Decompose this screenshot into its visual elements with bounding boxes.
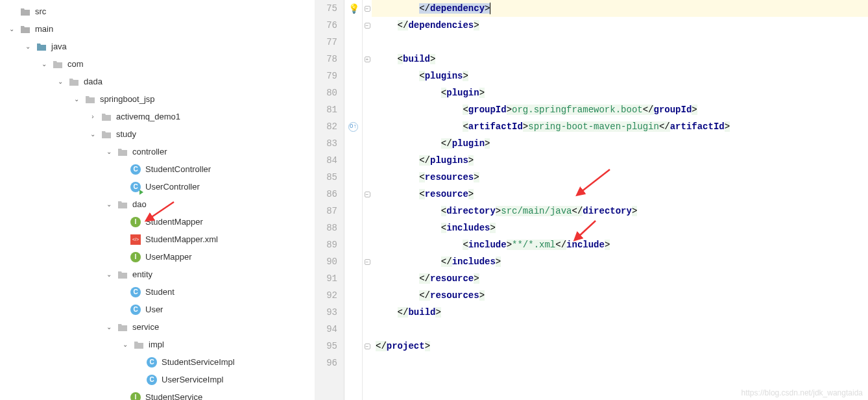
- code-line[interactable]: </dependency>: [372, 0, 868, 17]
- package-icon: [117, 321, 128, 333]
- code-line[interactable]: <resource>: [372, 186, 868, 203]
- code-line[interactable]: [372, 34, 868, 51]
- code-line[interactable]: </plugins>: [372, 152, 868, 169]
- code-line[interactable]: <plugins>: [372, 68, 868, 84]
- line-number: 79: [319, 68, 337, 84]
- tree-class-user-service-impl[interactable]: C UserServiceImpl: [0, 371, 315, 388]
- tree-label: entity: [132, 269, 152, 279]
- code-content[interactable]: </dependency> </dependencies> <build> <p…: [372, 0, 868, 400]
- code-line[interactable]: </plugin>: [372, 135, 868, 152]
- package-icon: [68, 76, 80, 88]
- tree-label: activemq_demo1: [116, 112, 180, 121]
- code-line[interactable]: <build>: [372, 51, 868, 68]
- line-number: 94: [319, 321, 337, 338]
- tree-package-entity[interactable]: ⌄ entity: [0, 266, 315, 283]
- fold-collapse-icon[interactable]: −: [365, 259, 370, 265]
- code-line[interactable]: <directory>src/main/java</directory>: [372, 203, 868, 219]
- package-icon: [117, 199, 128, 210]
- chevron-down-icon[interactable]: ⌄: [104, 147, 114, 157]
- class-icon: C: [130, 164, 141, 175]
- tree-class-student[interactable]: C Student: [0, 283, 315, 301]
- code-line[interactable]: <includes>: [372, 219, 868, 236]
- chevron-down-icon[interactable]: ⌄: [6, 24, 17, 34]
- code-line[interactable]: <plugin>: [372, 84, 868, 101]
- code-line[interactable]: [372, 321, 868, 338]
- code-line[interactable]: <resources>: [372, 169, 868, 186]
- chevron-down-icon[interactable]: ⌄: [39, 59, 49, 69]
- tree-class-user[interactable]: C User: [0, 301, 315, 318]
- code-line[interactable]: </resources>: [372, 287, 868, 304]
- tree-interface-student-service[interactable]: I StudentService: [0, 388, 315, 400]
- tree-file-student-mapper-xml[interactable]: </> StudentMapper.xml: [0, 231, 315, 248]
- chevron-down-icon[interactable]: ⌄: [71, 94, 82, 105]
- tree-package-dada[interactable]: ⌄ dada: [0, 73, 315, 90]
- tree-label: StudentServiceImpl: [162, 357, 235, 367]
- line-number: 86: [319, 186, 337, 203]
- gutter-markers: 💡 O↑: [344, 0, 363, 400]
- folder-source-icon: [36, 41, 47, 53]
- chevron-down-icon[interactable]: ⌄: [104, 322, 114, 332]
- line-number: 75: [319, 0, 337, 17]
- tree-label: UserServiceImpl: [162, 375, 223, 384]
- fold-collapse-icon[interactable]: −: [365, 192, 370, 197]
- tree-package-impl[interactable]: ⌄ impl: [0, 336, 315, 353]
- code-line[interactable]: <include>**/*.xml</include>: [372, 236, 868, 253]
- chevron-down-icon[interactable]: ⌄: [104, 199, 114, 210]
- chevron-down-icon[interactable]: ⌄: [55, 77, 66, 87]
- chevron-down-icon[interactable]: ⌄: [104, 269, 114, 280]
- chevron-down-icon[interactable]: ⌄: [23, 42, 33, 52]
- tree-class-student-controller[interactable]: C StudentController: [0, 160, 315, 178]
- interface-icon: I: [130, 216, 141, 228]
- project-tree[interactable]: src ⌄ main ⌄ java ⌄ com ⌄ dada ⌄ springb: [0, 0, 315, 400]
- code-line[interactable]: <groupId>org.springframework.boot</group…: [372, 101, 868, 118]
- chevron-down-icon[interactable]: ⌄: [120, 340, 130, 350]
- code-line[interactable]: </includes>: [372, 253, 868, 270]
- code-line[interactable]: </dependencies>: [372, 17, 868, 34]
- tree-label: StudentService: [145, 392, 202, 400]
- watermark-text: https://blog.csdn.net/jdk_wangtaida: [741, 388, 863, 397]
- intention-bulb-icon[interactable]: 💡: [348, 3, 359, 14]
- tree-label: User: [145, 305, 163, 314]
- line-number: 85: [319, 169, 337, 186]
- tree-label: service: [132, 322, 159, 332]
- tree-package-controller[interactable]: ⌄ controller: [0, 143, 315, 160]
- tree-class-user-controller[interactable]: C UserController: [0, 178, 315, 195]
- fold-collapse-icon[interactable]: −: [365, 6, 370, 12]
- chevron-right-icon[interactable]: ›: [88, 112, 98, 122]
- class-icon: C: [130, 286, 141, 298]
- line-number: 89: [319, 236, 337, 253]
- tree-package-activemq[interactable]: › activemq_demo1: [0, 108, 315, 125]
- tree-label: src: [35, 6, 46, 16]
- folder-icon: [19, 23, 31, 35]
- tree-class-student-service-impl[interactable]: C StudentServiceImpl: [0, 353, 315, 371]
- tree-interface-user-mapper[interactable]: I UserMapper: [0, 248, 315, 266]
- line-number-gutter: 75 76 77 78 79 80 81 82 83 84 85 86 87 8…: [315, 0, 344, 400]
- tree-label: com: [67, 59, 84, 69]
- code-line[interactable]: </build>: [372, 304, 868, 321]
- code-editor[interactable]: 75 76 77 78 79 80 81 82 83 84 85 86 87 8…: [315, 0, 868, 400]
- code-line[interactable]: </project>: [372, 338, 868, 355]
- tree-folder-main[interactable]: ⌄ main: [0, 20, 315, 38]
- fold-expand-icon[interactable]: +: [365, 56, 370, 62]
- tree-folder-java[interactable]: ⌄ java: [0, 38, 315, 55]
- tree-package-study[interactable]: ⌄ study: [0, 125, 315, 143]
- code-line[interactable]: <artifactId>spring-boot-maven-plugin</ar…: [372, 118, 868, 135]
- tree-package-service[interactable]: ⌄ service: [0, 318, 315, 336]
- tree-label: java: [51, 42, 67, 51]
- tree-package-dao[interactable]: ⌄ dao: [0, 195, 315, 213]
- tree-package-springboot-jsp[interactable]: ⌄ springboot_jsp: [0, 90, 315, 108]
- class-icon: C: [146, 374, 158, 386]
- tree-label: dada: [84, 77, 102, 86]
- fold-collapse-icon[interactable]: −: [365, 344, 370, 349]
- tree-label: StudentMapper.xml: [145, 234, 218, 244]
- line-number: 77: [319, 34, 337, 51]
- tree-label: study: [116, 129, 136, 139]
- tree-folder-src[interactable]: src: [0, 3, 315, 20]
- fold-collapse-icon[interactable]: −: [365, 23, 370, 29]
- code-line[interactable]: </resource>: [372, 270, 868, 287]
- code-line[interactable]: [372, 355, 868, 371]
- override-gutter-icon[interactable]: O↑: [348, 122, 358, 132]
- tree-package-com[interactable]: ⌄ com: [0, 55, 315, 73]
- chevron-down-icon[interactable]: ⌄: [88, 129, 98, 140]
- tree-interface-student-mapper[interactable]: I StudentMapper: [0, 213, 315, 231]
